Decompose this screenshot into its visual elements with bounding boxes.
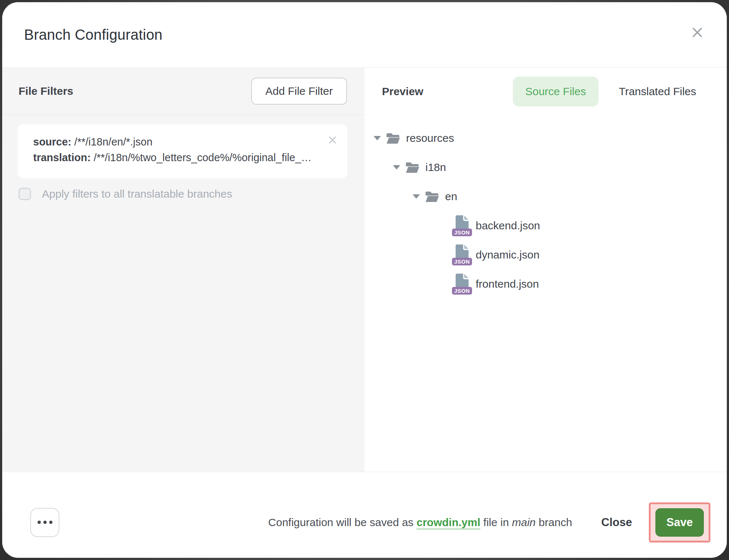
- message-middle: file in: [480, 516, 512, 528]
- crowdin-yml-link[interactable]: crowdin.yml: [417, 516, 480, 528]
- apply-filters-checkbox-row[interactable]: Apply filters to all translatable branch…: [17, 188, 347, 200]
- folder-open-icon: [405, 162, 419, 173]
- file-filters-panel: File Filters Add File Filter source: /**…: [2, 68, 364, 472]
- tab-translated-files[interactable]: Translated Files: [615, 77, 700, 106]
- file-filters-content: source: /**/i18n/en/*.json translation: …: [2, 115, 364, 200]
- caret-down-icon[interactable]: [393, 165, 400, 170]
- filter-translation-label: translation:: [33, 152, 91, 163]
- branch-name: main: [512, 516, 535, 528]
- filter-translation-value: /**/i18n/%two_letters_code%/%original_fi…: [94, 152, 312, 163]
- tree-file-frontend-json[interactable]: JSON frontend.json: [364, 269, 727, 299]
- save-location-message: Configuration will be saved as crowdin.y…: [268, 516, 572, 529]
- modal-close-button[interactable]: [689, 24, 706, 41]
- save-button-highlight: Save: [649, 502, 710, 542]
- more-options-icon: [43, 521, 47, 524]
- tree-folder-i18n[interactable]: i18n: [364, 153, 727, 182]
- json-badge: JSON: [452, 229, 472, 236]
- close-icon: [690, 25, 705, 40]
- json-file-icon: JSON: [453, 273, 470, 295]
- tree-file-label: dynamic.json: [476, 249, 539, 261]
- modal-footer: Configuration will be saved as crowdin.y…: [2, 472, 727, 558]
- caret-down-icon[interactable]: [413, 194, 420, 199]
- tree-folder-label: en: [445, 190, 457, 203]
- modal-body: File Filters Add File Filter source: /**…: [2, 68, 727, 472]
- tab-source-files[interactable]: Source Files: [513, 77, 599, 106]
- remove-filter-icon: [328, 135, 337, 145]
- filter-source-value: /**/i18n/en/*.json: [74, 136, 152, 148]
- message-prefix: Configuration will be saved as: [268, 516, 417, 528]
- folder-open-icon: [386, 133, 400, 144]
- file-filters-header-row: File Filters Add File Filter: [2, 68, 364, 115]
- json-badge: JSON: [452, 258, 472, 265]
- message-suffix: branch: [536, 516, 572, 528]
- tree-file-backend-json[interactable]: JSON backend.json: [364, 211, 727, 240]
- filter-source-line: source: /**/i18n/en/*.json: [33, 134, 318, 150]
- branch-configuration-modal: Branch Configuration File Filters Add Fi…: [2, 2, 727, 558]
- remove-filter-button[interactable]: [327, 135, 338, 145]
- folder-open-icon: [425, 191, 439, 202]
- filter-source-label: source:: [33, 136, 71, 148]
- add-file-filter-button[interactable]: Add File Filter: [251, 78, 347, 105]
- more-options-icon: [49, 521, 52, 524]
- more-options-icon: [38, 521, 41, 524]
- preview-heading: Preview: [382, 85, 423, 98]
- file-tree: resources i18n: [364, 115, 727, 299]
- filter-card: source: /**/i18n/en/*.json translation: …: [17, 124, 347, 178]
- preview-tabs: Source Files Translated Files: [513, 77, 700, 106]
- caret-down-icon[interactable]: [374, 136, 381, 140]
- screen-backdrop: Branch Configuration File Filters Add Fi…: [0, 0, 729, 560]
- tree-file-dynamic-json[interactable]: JSON dynamic.json: [364, 240, 727, 269]
- tree-file-label: frontend.json: [476, 278, 539, 290]
- file-filters-heading: File Filters: [19, 85, 73, 97]
- tree-folder-resources[interactable]: resources: [364, 124, 727, 153]
- filter-translation-line: translation: /**/i18n/%two_letters_code%…: [33, 150, 318, 166]
- json-file-icon: JSON: [453, 244, 470, 265]
- modal-header: Branch Configuration: [2, 2, 727, 67]
- apply-filters-checkbox-label: Apply filters to all translatable branch…: [42, 188, 232, 200]
- preview-header-row: Preview Source Files Translated Files: [364, 68, 727, 115]
- preview-panel: Preview Source Files Translated Files re…: [364, 68, 727, 472]
- tree-folder-en[interactable]: en: [364, 182, 727, 211]
- tree-folder-label: i18n: [425, 161, 446, 174]
- save-button[interactable]: Save: [655, 508, 704, 537]
- more-options-button[interactable]: [30, 508, 59, 537]
- apply-filters-checkbox[interactable]: [19, 188, 31, 200]
- json-file-icon: JSON: [453, 215, 470, 236]
- close-button[interactable]: Close: [599, 516, 634, 529]
- tree-folder-label: resources: [406, 132, 454, 144]
- page-title: Branch Configuration: [24, 27, 163, 43]
- json-badge: JSON: [452, 287, 472, 295]
- tree-file-label: backend.json: [476, 219, 540, 232]
